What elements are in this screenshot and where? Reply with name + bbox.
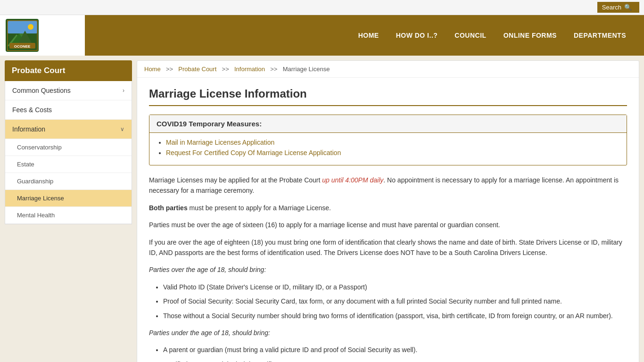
logo-image[interactable]: OCONEE	[6, 19, 39, 52]
covid-box: COVID19 Temporary Measures: Mail in Marr…	[149, 115, 627, 165]
para-4: If you are over the age of eighteen (18)…	[149, 237, 627, 258]
para-1: Marriage Licenses may be applied for at …	[149, 175, 627, 196]
search-area[interactable]: Search 🔍	[597, 2, 639, 13]
para-1-italic: up until 4:00PM daily	[322, 176, 383, 184]
breadcrumb-sep-2: >>	[220, 66, 231, 73]
nav-howdoi[interactable]: HOW DO I..?	[388, 19, 446, 52]
para-2: Both parties must be present to apply fo…	[149, 203, 627, 213]
sidebar-item-information[interactable]: Information ∨	[5, 120, 132, 139]
sidebar-label-fees-costs: Fees & Costs	[12, 106, 52, 114]
bullet-over18-2: Proof of Social Security: Social Securit…	[163, 296, 627, 306]
bullet-under18-1: A parent or guardian (must bring a valid…	[163, 345, 627, 355]
sidebar: Probate Court Common Questions › Fees & …	[5, 60, 132, 362]
sidebar-item-estate[interactable]: Estate	[5, 156, 132, 173]
para-2-rest: must be present to apply for a Marriage …	[188, 204, 331, 212]
sidebar-label-guardianship: Guardianship	[17, 178, 53, 185]
breadcrumb-probate[interactable]: Probate Court	[178, 66, 216, 73]
bullet-over18-3: Those without a Social Security number s…	[163, 311, 627, 321]
search-label: Search	[602, 4, 621, 11]
bullets-over18: Valid Photo ID (State Driver's License o…	[149, 282, 627, 321]
sidebar-item-conservatorship[interactable]: Conservatorship	[5, 139, 132, 156]
chevron-down-icon: ∨	[120, 126, 124, 132]
covid-link-2[interactable]: Request For Certified Copy Of Marriage L…	[166, 149, 341, 156]
breadcrumb-home[interactable]: Home	[144, 66, 161, 73]
para-3: Parties must be over the age of sixteen …	[149, 220, 627, 230]
sidebar-title: Probate Court	[5, 60, 132, 81]
sidebar-item-guardianship[interactable]: Guardianship	[5, 173, 132, 190]
sidebar-label-estate: Estate	[17, 161, 34, 168]
sidebar-item-mental-health[interactable]: Mental Health	[5, 207, 132, 224]
covid-title: COVID19 Temporary Measures:	[149, 115, 627, 133]
svg-point-4	[28, 24, 33, 30]
nav-council[interactable]: COUNCIL	[446, 19, 495, 52]
section-over18: Parties over the age of 18, should bring…	[149, 264, 627, 275]
covid-link-1[interactable]: Mail in Marriage Licenses Application	[166, 139, 274, 146]
section-under18: Parties under the age of 18, should brin…	[149, 328, 627, 338]
covid-body: Mail in Marriage Licenses Application Re…	[149, 133, 627, 165]
svg-text:OCONEE: OCONEE	[14, 44, 30, 49]
bullets-under18: A parent or guardian (must bring a valid…	[149, 345, 627, 362]
article-title: Marriage License Information	[149, 87, 627, 106]
nav-home[interactable]: HOME	[350, 19, 388, 52]
para-2-bold: Both parties	[149, 204, 188, 212]
chevron-right-icon: ›	[123, 87, 124, 94]
covid-link-item-1: Mail in Marriage Licenses Application	[166, 139, 619, 146]
covid-link-item-2: Request For Certified Copy Of Marriage L…	[166, 149, 619, 156]
sidebar-label-information: Information	[12, 125, 45, 133]
breadcrumb: Home >> Probate Court >> Information >> …	[137, 61, 639, 78]
nav-onlineforms[interactable]: ONLINE FORMS	[495, 19, 565, 52]
sidebar-item-common-questions[interactable]: Common Questions ›	[5, 81, 132, 100]
sidebar-item-marriage-license[interactable]: Marriage License	[5, 190, 132, 207]
header: OCONEE HOME HOW DO I..? COUNCIL ONLINE F…	[0, 15, 644, 56]
logo-area: OCONEE	[0, 15, 85, 56]
nav-departments[interactable]: DEPARTMENTS	[565, 19, 635, 52]
sidebar-label-mental-health: Mental Health	[17, 212, 55, 219]
sidebar-label-conservatorship: Conservatorship	[17, 144, 62, 151]
search-icon: 🔍	[624, 4, 632, 11]
bullet-under18-2: Certified Copy or Original Birth Certifi…	[163, 359, 627, 362]
bullet-over18-1: Valid Photo ID (State Driver's License o…	[163, 282, 627, 292]
breadcrumb-sep-3: >>	[269, 66, 279, 73]
sidebar-menu: Common Questions › Fees & Costs Informat…	[5, 81, 132, 224]
article: Marriage License Information COVID19 Tem…	[137, 78, 639, 362]
sidebar-item-fees-costs[interactable]: Fees & Costs	[5, 100, 132, 120]
sidebar-label-common-questions: Common Questions	[12, 87, 71, 94]
main-content: Home >> Probate Court >> Information >> …	[137, 60, 639, 362]
breadcrumb-sep-1: >>	[164, 66, 174, 73]
article-body: Marriage Licenses may be applied for at …	[149, 175, 627, 362]
para-1-text: Marriage Licenses may be applied for at …	[149, 176, 322, 184]
breadcrumb-information[interactable]: Information	[234, 66, 265, 73]
content-wrapper: Probate Court Common Questions › Fees & …	[0, 56, 644, 362]
sidebar-label-marriage-license: Marriage License	[17, 195, 64, 202]
breadcrumb-current: Marriage License	[283, 66, 330, 73]
top-bar: Search 🔍	[0, 0, 644, 15]
main-nav: HOME HOW DO I..? COUNCIL ONLINE FORMS DE…	[85, 19, 644, 52]
